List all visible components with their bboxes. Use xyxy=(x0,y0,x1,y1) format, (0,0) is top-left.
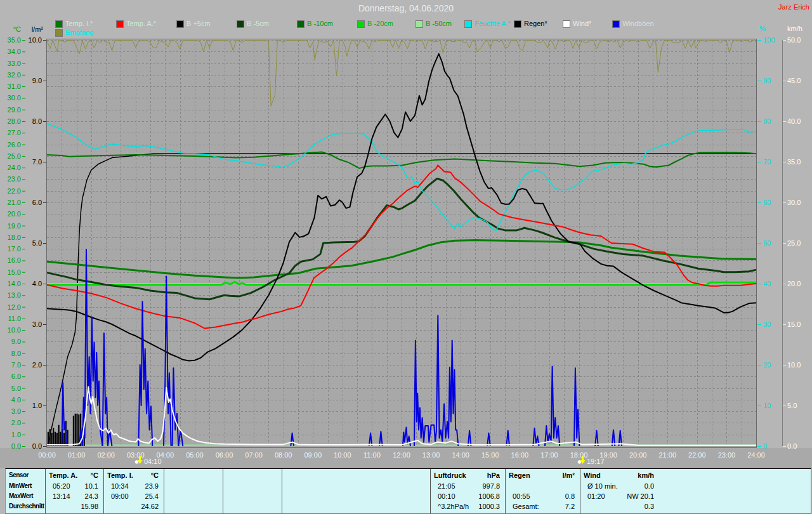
axis-label: 40.0 xyxy=(787,117,801,125)
axis-label: 10 xyxy=(763,402,771,409)
axis-label: 4.0 xyxy=(32,280,42,287)
axis-label: 10.0 xyxy=(8,326,21,334)
axis-label: 50.0 xyxy=(787,36,801,44)
axis-label: 10.0 xyxy=(787,361,801,369)
wind-time: Ø 10 min. xyxy=(587,482,618,490)
x-axis-label: 13:00 xyxy=(422,451,440,459)
x-axis-label: 08:00 xyxy=(275,451,292,459)
regen-value: 7.2 xyxy=(565,503,575,510)
axis-label: 8.0 xyxy=(11,350,21,357)
wind-value: 0.0 xyxy=(645,482,654,490)
wind-value: NW 20.1 xyxy=(627,492,654,500)
axis-label: 6.0 xyxy=(32,199,42,206)
row-label: Sensor xyxy=(9,471,29,478)
axis-label: 0 xyxy=(763,442,767,450)
luftdruck-unit: hPa xyxy=(487,471,500,479)
luftdruck-time: ^3.2hPa/h xyxy=(438,503,469,510)
axis-label: 5.0 xyxy=(32,239,42,247)
sunset-label: 19:17 xyxy=(587,458,605,465)
axis-label: 25.0 xyxy=(787,239,801,247)
x-axis-label: 15:00 xyxy=(481,451,499,459)
wind-time: 01:20 xyxy=(587,492,605,500)
temp-i-value: 23.9 xyxy=(145,482,159,490)
axis-label: 8.0 xyxy=(32,117,42,125)
axis-label: 13.0 xyxy=(8,291,21,299)
x-axis-label: 17:00 xyxy=(540,451,558,459)
axis-label: 5.0 xyxy=(787,402,797,409)
right-hum-unit: % xyxy=(759,25,766,32)
temp-i-value: 25.4 xyxy=(145,492,159,500)
axis-label: 2.0 xyxy=(32,361,42,369)
axis-label: 33.0 xyxy=(8,60,21,67)
axis-label: 3.0 xyxy=(11,407,21,415)
axis-label: 16.0 xyxy=(8,256,21,264)
table-divider xyxy=(103,469,104,513)
x-axis-label: 10:00 xyxy=(334,451,351,459)
table-divider xyxy=(282,469,282,513)
axis-label: 1.0 xyxy=(11,431,21,438)
axis-label: 20 xyxy=(763,361,771,369)
axis-label: 23.0 xyxy=(8,175,21,183)
axis-label: 14.0 xyxy=(8,280,21,287)
wind-unit: km/h xyxy=(638,471,654,479)
axis-label: 30.0 xyxy=(787,199,801,206)
table-divider xyxy=(580,469,580,513)
axis-label: 80 xyxy=(763,117,771,125)
axis-label: 28.0 xyxy=(8,117,21,125)
axis-label: 21.0 xyxy=(8,199,21,206)
temp-a-value: 15.98 xyxy=(81,503,98,510)
axis-label: 26.0 xyxy=(8,141,21,148)
x-axis-label: 02:00 xyxy=(97,451,115,459)
axis-label: 34.0 xyxy=(8,48,21,55)
axis-label: 4.0 xyxy=(11,396,21,404)
axis-label: 19.0 xyxy=(8,222,21,230)
table-divider xyxy=(505,469,506,513)
axis-label: 15.0 xyxy=(8,268,21,276)
axis-label: 35.0 xyxy=(8,36,21,44)
luftdruck-time: 21:05 xyxy=(438,482,455,490)
temp-i-time: 10:34 xyxy=(111,482,129,490)
axis-label: 25.0 xyxy=(8,152,21,160)
weather-chart: °Cl/m²%km/h0.01.02.03.04.05.06.07.08.09.… xyxy=(0,0,812,514)
axis-label: 6.0 xyxy=(11,372,21,380)
axis-label: 20.0 xyxy=(8,210,21,218)
axis-label: 22.0 xyxy=(8,187,21,195)
x-axis-label: 12:00 xyxy=(393,451,410,459)
x-axis-label: 18:00 xyxy=(570,451,588,459)
axis-label: 40 xyxy=(763,280,771,287)
regen-header: Regen xyxy=(509,471,530,479)
row-label: MaxWert xyxy=(9,492,33,499)
temp-a-value: 24.3 xyxy=(85,492,98,500)
axis-label: 30.0 xyxy=(8,94,21,102)
temp-a-time: 13:14 xyxy=(53,492,70,500)
axis-label: 7.0 xyxy=(11,361,21,369)
temp-a-value: 10.1 xyxy=(85,482,98,490)
luftdruck-header: Luftdruck xyxy=(434,471,466,479)
table-divider xyxy=(164,469,164,513)
row-label: MinWert xyxy=(9,482,32,489)
axis-label: 31.0 xyxy=(8,82,21,90)
temp-i-unit: °C xyxy=(151,471,159,479)
row-label: Durchschnitt xyxy=(9,503,44,510)
x-axis-label: 22:00 xyxy=(688,451,706,459)
axis-label: 60 xyxy=(763,199,771,206)
temp-a-unit: °C xyxy=(91,471,98,479)
axis-label: 100 xyxy=(763,36,775,44)
x-axis-label: 03:00 xyxy=(127,451,145,459)
axis-label: 3.0 xyxy=(32,320,42,328)
regen-time: Gesamt: xyxy=(513,503,539,510)
axis-label: 15.0 xyxy=(787,320,801,328)
luftdruck-value: 1000.3 xyxy=(478,503,500,510)
axis-label: 18.0 xyxy=(8,234,21,241)
axis-label: 32.0 xyxy=(8,71,21,79)
axis-label: 45.0 xyxy=(787,77,801,84)
axis-label: 1.0 xyxy=(32,402,42,409)
summary-table: SensorMinWertMaxWertDurchschnittTemp. A.… xyxy=(5,468,811,514)
axis-label: 2.0 xyxy=(11,419,21,426)
axis-label: 17.0 xyxy=(8,245,21,253)
x-axis-label: 07:00 xyxy=(245,451,263,459)
temp-i-time: 09:00 xyxy=(111,492,129,500)
x-axis-label: 23:00 xyxy=(718,451,736,459)
axis-label: 27.0 xyxy=(8,129,21,136)
luftdruck-value: 1006.8 xyxy=(478,492,500,500)
